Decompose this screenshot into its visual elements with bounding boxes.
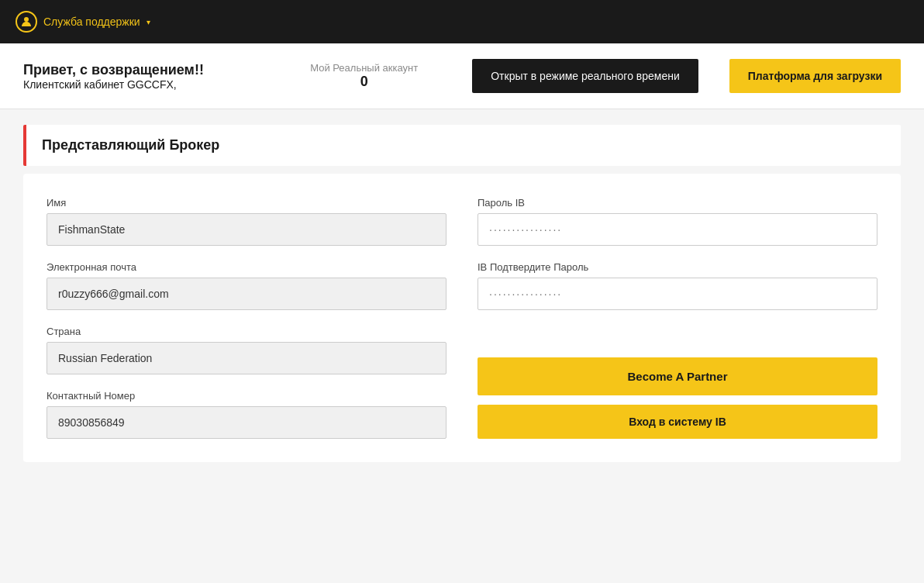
svg-point-0 — [24, 17, 29, 22]
ib-confirm-label: IB Подтвердите Пароль — [478, 261, 877, 273]
account-label: Мой Реальный аккаунт — [310, 62, 418, 74]
name-group: Имя — [47, 197, 446, 246]
form-left-column: Имя Электронная почта Страна Контактный … — [47, 197, 446, 439]
welcome-text: Привет, с возвращением!! Клиентский каби… — [23, 62, 204, 91]
ib-confirm-group: IB Подтвердите Пароль — [478, 261, 877, 310]
email-input[interactable] — [47, 278, 446, 310]
greeting-text: Привет, с возвращением!! — [23, 62, 204, 78]
country-input[interactable] — [47, 342, 446, 374]
subtitle-text: Клиентский кабинет GGCCFX, — [23, 78, 204, 91]
become-partner-button[interactable]: Become A Partner — [478, 357, 877, 395]
ib-password-label: Пароль IB — [478, 197, 877, 209]
platform-button[interactable]: Платформа для загрузки — [729, 59, 901, 93]
phone-input[interactable] — [47, 406, 446, 439]
support-menu[interactable]: Служба поддержки ▾ — [16, 11, 150, 33]
account-value: 0 — [310, 74, 418, 90]
ib-login-button[interactable]: Вход в систему IB — [478, 405, 877, 439]
ib-password-group: Пароль IB — [478, 197, 877, 246]
ib-confirm-input[interactable] — [478, 278, 877, 310]
name-input[interactable] — [47, 213, 446, 246]
country-group: Страна — [47, 326, 446, 374]
chevron-down-icon: ▾ — [147, 18, 150, 26]
section-header: Представляющий Брокер — [23, 125, 901, 166]
welcome-bar: Привет, с возвращением!! Клиентский каби… — [0, 43, 924, 109]
email-group: Электронная почта — [47, 261, 446, 310]
phone-label: Контактный Номер — [47, 390, 446, 402]
ib-password-input[interactable] — [478, 213, 877, 246]
section-title: Представляющий Брокер — [42, 137, 219, 153]
support-label: Служба поддержки — [43, 16, 140, 28]
avatar-icon — [16, 11, 37, 33]
realtime-button[interactable]: Открыт в режиме реального времени — [472, 59, 698, 93]
form-right-column: Пароль IB IB Подтвердите Пароль Become A… — [478, 197, 877, 439]
form-card: Имя Электронная почта Страна Контактный … — [23, 174, 901, 462]
email-label: Электронная почта — [47, 261, 446, 273]
country-label: Страна — [47, 326, 446, 337]
name-label: Имя — [47, 197, 446, 209]
header: Служба поддержки ▾ — [0, 0, 924, 43]
right-buttons: Become A Partner Вход в систему IB — [478, 357, 877, 439]
account-info: Мой Реальный аккаунт 0 — [310, 62, 418, 90]
phone-group: Контактный Номер — [47, 390, 446, 439]
